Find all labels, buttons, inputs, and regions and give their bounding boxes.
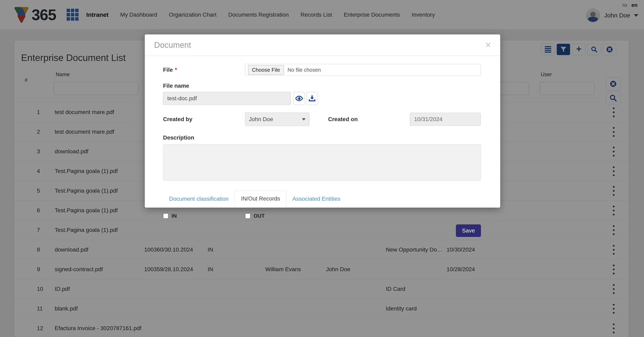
in-checkbox[interactable] — [163, 213, 168, 219]
file-upload-field[interactable]: Choose File No file chosen — [245, 64, 481, 76]
save-button[interactable]: Save — [456, 224, 481, 237]
created-on-input — [410, 113, 481, 126]
created-by-value: John Doe — [249, 116, 273, 122]
modal-tabs: Document classification IN/Out Records A… — [163, 191, 481, 206]
chevron-down-icon — [302, 118, 306, 120]
required-asterisk: * — [175, 67, 177, 73]
file-label: File* — [163, 67, 245, 73]
no-file-chosen-text: No file chosen — [288, 67, 321, 73]
close-icon[interactable]: ✕ — [485, 41, 491, 49]
download-icon — [308, 95, 316, 102]
created-by-select: John Doe — [245, 112, 310, 126]
file-name-label: File name — [163, 83, 481, 89]
tab-in-out-records[interactable]: IN/Out Records — [235, 191, 286, 206]
document-modal: Document ✕ File* Choose File No file cho… — [145, 34, 500, 208]
description-label: Description — [163, 134, 481, 141]
created-by-label: Created by — [163, 116, 245, 122]
modal-title: Document — [154, 40, 191, 50]
eye-icon — [295, 94, 303, 102]
preview-file-button[interactable] — [294, 92, 305, 105]
in-checkbox-label: IN — [172, 213, 177, 219]
tab-associated-entities[interactable]: Associated Entities — [286, 192, 346, 206]
out-checkbox[interactable] — [245, 213, 250, 219]
choose-file-button[interactable]: Choose File — [248, 65, 284, 75]
out-checkbox-label: OUT — [254, 213, 265, 219]
download-file-button[interactable] — [306, 92, 318, 105]
file-name-input — [163, 92, 290, 105]
tab-document-classification[interactable]: Document classification — [163, 192, 235, 206]
description-textarea[interactable] — [163, 144, 481, 181]
created-on-label: Created on — [328, 116, 410, 122]
